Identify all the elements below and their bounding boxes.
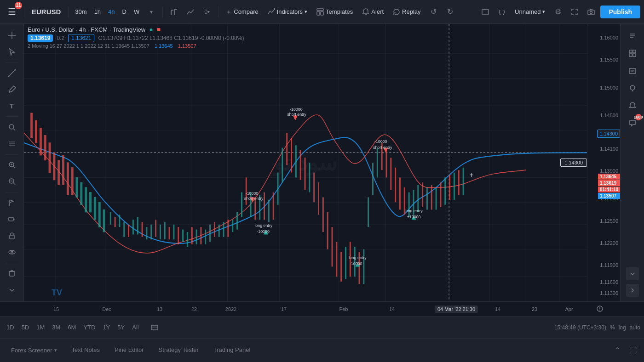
- chart-type-line[interactable]: [183, 5, 198, 19]
- chart-type-bar[interactable]: [167, 5, 181, 19]
- text-tool[interactable]: T: [4, 98, 20, 114]
- alert-button[interactable]: Alert: [358, 6, 387, 17]
- tab-trading-panel[interactable]: Trading Panel: [206, 343, 258, 358]
- svg-rect-86: [146, 227, 147, 239]
- eye-tool[interactable]: [4, 244, 20, 260]
- redo-button[interactable]: ↻: [443, 5, 458, 19]
- fibonacci-tool[interactable]: [4, 136, 20, 152]
- edge-expand-btn[interactable]: [626, 284, 639, 297]
- timeframe-all[interactable]: All: [129, 322, 141, 332]
- svg-rect-66: [53, 153, 55, 180]
- timeframe-1h[interactable]: 1h: [92, 7, 104, 17]
- snapshot-button[interactable]: [584, 5, 598, 19]
- rectangle-tool[interactable]: [478, 5, 493, 19]
- timeframe-1d[interactable]: 1D: [4, 322, 17, 332]
- svg-rect-140: [390, 158, 391, 190]
- templates-button[interactable]: Templates: [313, 6, 356, 17]
- ohlc-data: O1.13709 H1.13722 L1.13468 C1.13619 -0.0…: [98, 35, 244, 41]
- tab-pine-editor[interactable]: Pine Editor: [107, 343, 151, 358]
- unnamed-button[interactable]: Unnamed ▾: [511, 6, 549, 17]
- timeframe-30m[interactable]: 30m: [72, 7, 89, 17]
- zoom-in-tool[interactable]: [4, 158, 20, 173]
- svg-rect-130: [345, 247, 346, 279]
- chart-main[interactable]: Euro / U.S. Dollar · 4h · FXCM · Trading…: [24, 24, 587, 301]
- auto-toggle[interactable]: auto: [630, 324, 640, 331]
- svg-rect-135: [368, 198, 369, 227]
- ideas-icon[interactable]: [624, 80, 641, 96]
- delete-tool[interactable]: [4, 266, 20, 282]
- grid-icon[interactable]: [624, 45, 641, 62]
- timeframe-1m[interactable]: 1M: [34, 322, 47, 332]
- date-label-feb: Feb: [339, 306, 348, 312]
- tab-forex-screener[interactable]: Forex Screener ▾: [4, 343, 64, 357]
- svg-rect-94: [182, 230, 184, 242]
- svg-rect-152: [444, 177, 446, 204]
- chart-type-dropdown[interactable]: 0▾: [200, 5, 214, 19]
- timeframe-4h[interactable]: 4h: [105, 7, 117, 17]
- lock-tool[interactable]: [4, 228, 20, 243]
- crosshair-tool[interactable]: [4, 28, 20, 43]
- trendline-tool[interactable]: [4, 65, 20, 81]
- fullscreen-button[interactable]: [567, 5, 582, 19]
- symbol-display[interactable]: EURUSD: [28, 8, 64, 16]
- compare-button[interactable]: ＋ Compare: [222, 6, 262, 18]
- svg-rect-141: [395, 168, 396, 203]
- tab-text-notes[interactable]: Text Notes: [64, 343, 107, 358]
- timeframe-1y[interactable]: 1Y: [100, 322, 113, 332]
- tab-collapse-btn[interactable]: ⌃: [611, 344, 624, 357]
- date-label-dec: Dec: [102, 306, 111, 312]
- pen-tool[interactable]: [4, 82, 20, 97]
- date-axis-settings[interactable]: [596, 305, 604, 313]
- svg-rect-88: [155, 220, 156, 237]
- screenshot-small-btn[interactable]: [147, 320, 162, 335]
- svg-text:+: +: [469, 170, 473, 179]
- svg-rect-3: [174, 9, 177, 10]
- scroll-down-tool[interactable]: [4, 282, 20, 298]
- svg-rect-84: [137, 217, 138, 235]
- search-tool[interactable]: [4, 119, 20, 135]
- percent-toggle[interactable]: %: [610, 324, 615, 331]
- svg-rect-153: [449, 175, 450, 200]
- svg-rect-96: [191, 227, 193, 244]
- alerts-icon[interactable]: [624, 97, 641, 114]
- svg-rect-106: [236, 212, 238, 230]
- left-sidebar: T: [0, 24, 24, 301]
- chat-icon[interactable]: 1600: [624, 115, 641, 131]
- log-toggle[interactable]: log: [619, 324, 626, 331]
- watchlist-icon[interactable]: [624, 28, 641, 44]
- svg-rect-105: [232, 220, 233, 232]
- magnet-tool[interactable]: [494, 5, 509, 19]
- label-tool[interactable]: [4, 212, 20, 227]
- svg-text:long entry: long entry: [405, 208, 423, 213]
- svg-rect-116: [282, 148, 283, 183]
- timeframe-5y[interactable]: 5Y: [115, 322, 127, 332]
- replay-button[interactable]: Replay: [389, 6, 424, 17]
- edge-scroll-btn[interactable]: [626, 267, 639, 280]
- settings-button[interactable]: ⚙: [551, 5, 565, 19]
- timeframe-D[interactable]: D: [120, 7, 129, 17]
- cursor-tool[interactable]: [4, 44, 20, 60]
- tab-expand-btn[interactable]: ⛶: [627, 344, 640, 357]
- flag-tool[interactable]: [4, 195, 20, 211]
- publish-button[interactable]: Publish: [600, 6, 640, 18]
- menu-button[interactable]: ☰ 11: [4, 4, 20, 20]
- svg-rect-97: [196, 230, 197, 244]
- svg-text:+10000: +10000: [407, 214, 421, 219]
- sidebar-separator: [6, 154, 18, 155]
- timeframe-dropdown[interactable]: ▾: [144, 5, 159, 19]
- indicators-button[interactable]: Indicators ▾: [264, 6, 311, 17]
- tab-strategy-tester[interactable]: Strategy Tester: [151, 343, 206, 358]
- undo-button[interactable]: ↺: [426, 5, 441, 19]
- timeframe-W[interactable]: W: [131, 7, 142, 17]
- indicators-icon: [268, 8, 275, 16]
- timeframe-3m[interactable]: 3M: [49, 322, 63, 332]
- timeframe-5d[interactable]: 5D: [19, 322, 32, 332]
- svg-rect-192: [151, 325, 158, 330]
- news-icon[interactable]: [624, 62, 641, 79]
- svg-rect-37: [10, 272, 14, 276]
- zoom-out-tool[interactable]: [4, 174, 20, 189]
- timeframe-6m[interactable]: 6M: [65, 322, 79, 332]
- svg-rect-102: [218, 225, 220, 237]
- forex-screener-dropdown: ▾: [54, 347, 57, 353]
- timeframe-ytd[interactable]: YTD: [80, 322, 98, 332]
